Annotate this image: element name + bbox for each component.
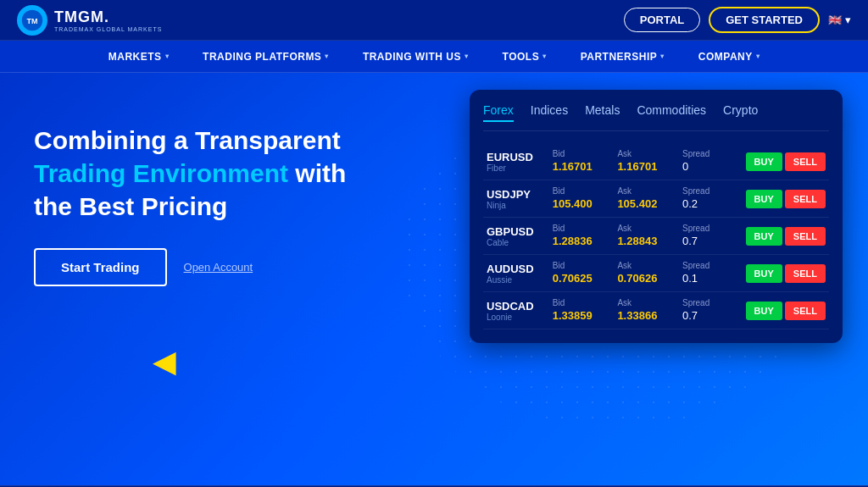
chevron-down-icon: ▾ [845, 14, 851, 26]
sell-button[interactable]: SELL [785, 190, 826, 208]
spread-value: 0.1 [682, 272, 698, 285]
pair-sub: Fiber [487, 163, 546, 173]
spread-value: 0 [682, 160, 688, 173]
tab-forex[interactable]: Forex [483, 103, 514, 122]
action-buttons: BUY SELL [746, 302, 826, 320]
bid-value: 1.16701 [553, 160, 593, 173]
start-trading-button[interactable]: Start Trading [34, 248, 167, 286]
logo-sub: TRADEMAX GLOBAL MARKETS [54, 26, 162, 32]
flag-icon: 🇬🇧 [828, 14, 842, 26]
sell-button[interactable]: SELL [785, 227, 826, 246]
spread-label: Spread [682, 149, 739, 158]
logo-icon: TM [17, 5, 47, 36]
ask-label: Ask [617, 186, 676, 196]
nav-item-company[interactable]: COMPANY ▾ [698, 51, 760, 63]
table-row: USDJPY Ninja Bid 105.400 Ask 105.402 Spr… [483, 180, 829, 218]
action-buttons: BUY SELL [746, 190, 826, 208]
table-row: AUDUSD Aussie Bid 0.70625 Ask 0.70626 Sp… [483, 255, 829, 292]
pair-name: GBPUSD [487, 225, 546, 238]
bid-value: 1.33859 [553, 309, 593, 322]
action-buttons: BUY SELL [746, 152, 826, 171]
hero-section: Combining a Transparent Trading Environm… [34, 124, 346, 286]
bid-label: Bid [553, 298, 611, 307]
pair-sub: Cable [487, 238, 546, 247]
widget-tabs: Forex Indices Metals Commodities Crypto [483, 103, 829, 131]
pair-name: USDJPY [487, 188, 546, 201]
buy-button[interactable]: BUY [746, 190, 782, 208]
language-selector[interactable]: 🇬🇧 ▾ [828, 14, 851, 26]
ask-value: 1.28843 [617, 235, 657, 247]
hero-title: Combining a Transparent Trading Environm… [34, 124, 346, 223]
spread-value: 0.2 [682, 197, 698, 210]
hero-buttons: Start Trading Open Account [34, 248, 346, 286]
open-account-button[interactable]: Open Account [184, 261, 253, 274]
buy-button[interactable]: BUY [746, 227, 782, 246]
nav-item-markets[interactable]: MARKETS ▾ [108, 51, 169, 63]
chevron-down-icon: ▾ [165, 53, 170, 60]
nav-bar: MARKETS ▾ TRADING PLATFORMS ▾ TRADING WI… [0, 41, 868, 73]
action-buttons: BUY SELL [746, 227, 826, 246]
header: TM TMGM. TRADEMAX GLOBAL MARKETS PORTAL … [0, 0, 868, 41]
spread-value: 0.7 [682, 235, 698, 247]
sell-button[interactable]: SELL [785, 302, 826, 320]
nav-item-tools[interactable]: TOOLS ▾ [503, 51, 547, 63]
portal-button[interactable]: PORTAL [624, 8, 700, 32]
nav-item-trading-platforms[interactable]: TRADING PLATFORMS ▾ [203, 51, 329, 63]
spread-label: Spread [682, 186, 739, 196]
tab-commodities[interactable]: Commodities [637, 103, 706, 122]
bid-label: Bid [553, 261, 611, 270]
sell-button[interactable]: SELL [785, 152, 826, 171]
get-started-button[interactable]: GET STARTED [709, 7, 820, 33]
bid-label: Bid [553, 186, 611, 196]
pair-sub: Aussie [487, 275, 546, 285]
trading-widget: Forex Indices Metals Commodities Crypto … [470, 90, 843, 343]
svg-text:TM: TM [27, 17, 38, 25]
pair-sub: Ninja [487, 201, 546, 210]
logo-text: TMGM. [54, 8, 109, 25]
nav-item-trading-with-us[interactable]: TRADING WITH US ▾ [363, 51, 469, 63]
buy-button[interactable]: BUY [746, 152, 782, 171]
bid-value: 1.28836 [553, 235, 593, 247]
chevron-down-icon: ▾ [542, 53, 547, 60]
spread-value: 0.7 [682, 309, 698, 322]
ask-label: Ask [617, 298, 676, 307]
ask-value: 105.402 [617, 197, 657, 210]
ask-label: Ask [617, 261, 676, 270]
spread-label: Spread [682, 298, 739, 307]
pair-name: EURUSD [487, 151, 546, 163]
table-row: EURUSD Fiber Bid 1.16701 Ask 1.16701 Spr… [483, 143, 829, 180]
tab-crypto[interactable]: Crypto [723, 103, 758, 122]
logo-area: TM TMGM. TRADEMAX GLOBAL MARKETS [17, 5, 162, 36]
bid-value: 0.70625 [553, 272, 593, 285]
ask-value: 0.70626 [617, 272, 657, 285]
table-row: GBPUSD Cable Bid 1.28836 Ask 1.28843 Spr… [483, 218, 829, 255]
header-right: PORTAL GET STARTED 🇬🇧 ▾ [624, 7, 851, 33]
bid-label: Bid [553, 224, 611, 233]
tab-indices[interactable]: Indices [531, 103, 568, 122]
spread-label: Spread [682, 261, 739, 270]
pair-sub: Loonie [487, 313, 546, 322]
arrow-left-icon: ◀ [153, 344, 176, 379]
bid-value: 105.400 [553, 197, 593, 210]
nav-item-partnership[interactable]: PARTNERSHIP ▾ [581, 51, 665, 63]
ask-label: Ask [617, 224, 676, 233]
chevron-down-icon: ▾ [325, 53, 329, 60]
ask-label: Ask [617, 149, 676, 158]
ask-value: 1.16701 [617, 160, 657, 173]
price-table: EURUSD Fiber Bid 1.16701 Ask 1.16701 Spr… [483, 143, 829, 329]
chevron-down-icon: ▾ [660, 53, 665, 60]
bid-label: Bid [553, 149, 611, 158]
ask-value: 1.33866 [617, 309, 657, 322]
logo-text-group: TMGM. TRADEMAX GLOBAL MARKETS [54, 8, 162, 32]
table-row: USDCAD Loonie Bid 1.33859 Ask 1.33866 Sp… [483, 292, 829, 329]
main-section: Combining a Transparent Trading Environm… [0, 73, 868, 485]
pair-name: USDCAD [487, 300, 546, 313]
chevron-down-icon: ▾ [756, 53, 760, 60]
tab-metals[interactable]: Metals [585, 103, 620, 122]
sell-button[interactable]: SELL [785, 264, 826, 283]
chevron-down-icon: ▾ [465, 53, 469, 60]
spread-label: Spread [682, 224, 739, 233]
action-buttons: BUY SELL [746, 264, 826, 283]
buy-button[interactable]: BUY [746, 302, 782, 320]
buy-button[interactable]: BUY [746, 264, 782, 283]
